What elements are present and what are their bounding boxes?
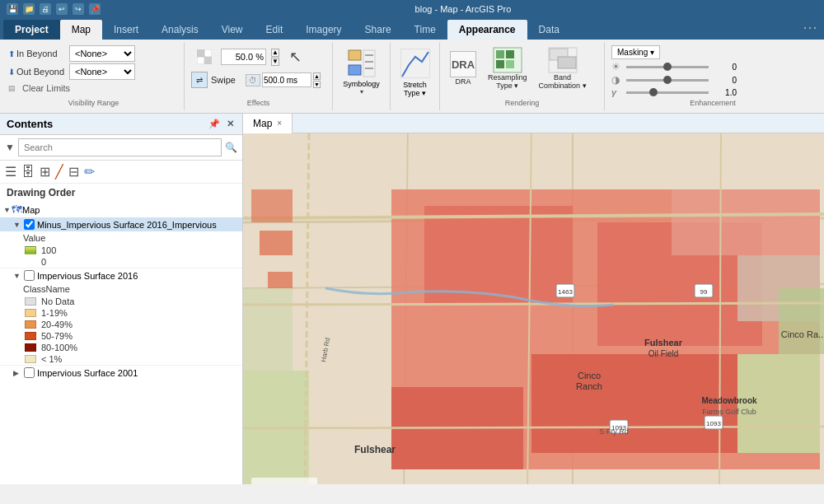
swatch-50-79 [25, 332, 36, 340]
dra-button[interactable]: DRA DRA [447, 49, 480, 87]
symbology-section: Symbology ▾ [333, 42, 391, 110]
search-button[interactable]: 🔍 [225, 142, 237, 153]
svg-rect-5 [349, 65, 361, 75]
swipe-icon[interactable]: ⇌ [191, 72, 208, 88]
dra-label: DRA [455, 77, 471, 86]
tab-imagery[interactable]: Imagery [294, 20, 353, 40]
pct-down-btn[interactable]: ▼ [271, 58, 279, 66]
legend-20-49: 20-49% [0, 319, 242, 330]
layer1-checkbox[interactable] [24, 219, 35, 230]
svg-text:S Fry Rd: S Fry Rd [599, 427, 629, 436]
pin-icon[interactable]: 📌 [89, 3, 101, 15]
close-panel-icon[interactable]: ✕ [225, 117, 236, 131]
map-expand-icon[interactable]: ▼ [3, 206, 12, 214]
search-input[interactable] [18, 138, 222, 156]
tab-appearance[interactable]: Appearance [447, 20, 527, 40]
svg-rect-3 [204, 57, 212, 64]
tab-project[interactable]: Project [3, 20, 60, 40]
out-beyond-select[interactable]: <None> [69, 63, 135, 80]
svg-rect-42 [268, 272, 293, 288]
masking-button[interactable]: Masking ▾ [611, 45, 660, 59]
time-up-btn[interactable]: ▲ [313, 72, 321, 80]
layer2-checkbox[interactable] [24, 270, 35, 281]
time-input[interactable] [262, 72, 311, 87]
tab-time[interactable]: Time [403, 20, 447, 40]
in-beyond-select[interactable]: <None> [69, 45, 135, 62]
layer-minus-impervious-row[interactable]: ▼ Minus_Impervious Surface 2016_Impervio… [0, 217, 242, 231]
svg-rect-43 [251, 189, 293, 222]
print-icon[interactable]: 🖨 [40, 3, 51, 15]
tab-analysis[interactable]: Analysis [150, 20, 210, 40]
label-80-100: 80-100% [41, 343, 77, 352]
enhancement-sliders: ☀ 0 ◑ 0 γ 1.0 [611, 61, 814, 97]
filter2-icon[interactable]: ⊞ [40, 164, 50, 180]
visibility-range-section: ⬆ In Beyond <None> ⬇ Out Beyond <None> ▤… [3, 42, 185, 110]
tab-view[interactable]: View [210, 20, 255, 40]
transparency-input[interactable] [221, 49, 266, 65]
stretch-svg [400, 49, 430, 78]
svg-rect-32 [779, 288, 824, 354]
time-down-btn[interactable]: ▼ [313, 81, 321, 88]
pct-up-btn[interactable]: ▲ [271, 49, 279, 57]
contents-tree[interactable]: ▼ 🗺 Map ▼ Minus_Impervious Surface 2016_… [0, 202, 242, 484]
database-icon[interactable]: 🗄 [21, 165, 35, 180]
symbology-label: Symbology [343, 80, 380, 88]
tab-map[interactable]: Map [60, 20, 102, 40]
svg-rect-62 [251, 478, 317, 484]
svg-line-37 [243, 303, 824, 305]
folder-icon[interactable]: 📁 [23, 3, 35, 15]
line-icon[interactable]: ╱ [55, 164, 63, 180]
layer1-name: Minus_Impervious Surface 2016_Impervious [37, 220, 217, 230]
legend-nodata: No Data [0, 296, 242, 307]
clear-limits-row: ▤ Clear Limits [8, 83, 179, 93]
layer3-expand-icon[interactable]: ▶ [13, 369, 21, 377]
svg-rect-18 [558, 57, 576, 68]
band-combination-button[interactable]: Band Combination ▾ [536, 45, 590, 91]
resampling-button[interactable]: Resampling Type ▾ [485, 45, 531, 91]
tab-data[interactable]: Data [527, 20, 571, 40]
cursor-tool-icon[interactable]: ↖ [289, 48, 302, 66]
filter-icon: ▼ [5, 142, 15, 153]
transparency-icon[interactable] [191, 45, 218, 68]
contrast-slider[interactable] [626, 79, 709, 82]
brightness-value: 0 [712, 63, 737, 72]
map-tab-main[interactable]: Map × [243, 114, 293, 133]
swatch-80-100 [25, 343, 36, 352]
tree-item-map[interactable]: ▼ 🗺 Map [0, 202, 242, 217]
stretch-type-label2: Type ▾ [404, 89, 426, 97]
symbology-button[interactable]: Symbology ▾ [339, 45, 383, 99]
expand-ribbon-icon[interactable]: ⋯ [796, 15, 824, 40]
brightness-slider[interactable] [626, 66, 709, 68]
contrast-icon: ◑ [611, 74, 623, 86]
gamma-slider[interactable] [626, 91, 709, 94]
svg-rect-12 [496, 50, 504, 58]
rendering-section: DRA DRA Resampling Type ▾ [440, 42, 605, 110]
paint-icon[interactable]: ✏ [84, 164, 95, 180]
grid-icon[interactable]: ⊟ [68, 164, 79, 180]
tab-share[interactable]: Share [353, 20, 403, 40]
map-tab-close-btn[interactable]: × [277, 119, 282, 128]
pin-panel-icon[interactable]: 📌 [207, 117, 222, 131]
layer-group-2: ▼ Impervious Surface 2016 ClassName No D… [0, 268, 242, 366]
stretch-type-button[interactable]: Stretch Type ▾ [397, 45, 433, 100]
clear-limits-label[interactable]: Clear Limits [22, 83, 70, 93]
redo-icon[interactable]: ↪ [73, 3, 84, 15]
layer1-expand-icon[interactable]: ▼ [13, 221, 21, 229]
layer-imperv2016-row[interactable]: ▼ Impervious Surface 2016 [0, 268, 242, 282]
map-visualization: 1463 99 1093 1093 Fulshear Oil Field Mea… [243, 133, 824, 484]
svg-rect-15 [506, 60, 514, 68]
map-canvas: 1463 99 1093 1093 Fulshear Oil Field Mea… [243, 133, 824, 484]
undo-icon[interactable]: ↩ [56, 3, 68, 15]
tab-insert[interactable]: Insert [102, 20, 150, 40]
layer-imperv2001-row[interactable]: ▶ Impervious Surface 2001 [0, 366, 242, 380]
swipe-label[interactable]: Swipe [211, 75, 236, 85]
save-icon[interactable]: 💾 [7, 3, 18, 15]
stretch-icon [400, 49, 430, 81]
out-beyond-label: ⬇ Out Beyond [8, 67, 66, 77]
layer3-checkbox[interactable] [24, 367, 35, 378]
out-beyond-row: ⬇ Out Beyond <None> [8, 63, 179, 80]
list-view-icon[interactable]: ☰ [5, 164, 16, 180]
tab-edit[interactable]: Edit [255, 20, 295, 40]
layer2-expand-icon[interactable]: ▼ [13, 272, 21, 280]
legend-100-label: 100 [41, 245, 56, 255]
